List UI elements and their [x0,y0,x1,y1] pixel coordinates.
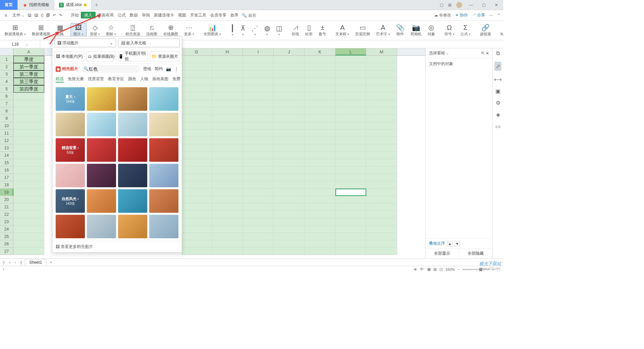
col-header-G[interactable]: G [181,48,212,55]
cell[interactable] [274,159,305,166]
add-sheet-button[interactable]: + [48,260,54,265]
row-header-17[interactable]: 17 [0,174,13,181]
cat-人物[interactable]: 人物 [140,76,148,83]
view-eye-icon[interactable]: 👁 [414,267,417,271]
cell[interactable] [335,63,366,70]
cell[interactable] [212,233,243,240]
tool-文本框[interactable]: A文本框 ▾ [333,23,352,37]
row-header-12[interactable]: 12 [0,137,13,144]
cell[interactable] [243,159,274,166]
cell-A17[interactable] [13,174,44,181]
cell[interactable] [274,56,305,63]
row-header-2[interactable]: 2 [0,63,13,70]
redo-icon[interactable]: ↷ [59,13,62,18]
cell[interactable] [305,70,335,78]
cell[interactable] [212,56,243,63]
cell[interactable] [335,218,366,226]
row-header-15[interactable]: 15 [0,159,13,166]
cell[interactable] [366,56,397,63]
wallpaper-link[interactable]: 壁纸 [143,66,151,72]
imgbtn-3[interactable]: 📁资源夹图片 [150,51,180,61]
cell[interactable] [243,85,274,93]
row-header-8[interactable]: 8 [0,107,13,115]
search-input[interactable] [248,13,268,18]
cell-A13[interactable] [13,144,44,152]
cell[interactable] [212,78,243,85]
cell[interactable] [305,78,335,85]
tool-折线[interactable]: ⩘折线 [289,23,302,37]
cell[interactable] [305,144,335,152]
cell[interactable] [366,144,397,152]
col-header-H[interactable]: H [212,48,243,55]
cell-A19[interactable] [13,189,44,196]
cell[interactable] [274,189,305,196]
cell-A24[interactable] [13,226,44,233]
row-header-27[interactable]: 27 [0,248,13,255]
col-header-L[interactable]: L [335,48,366,55]
cell[interactable] [274,85,305,93]
menu-页面布局[interactable]: 页面布局 [96,12,116,18]
cell[interactable] [181,203,212,211]
cell[interactable] [305,93,335,100]
cell[interactable] [366,233,397,240]
float-image-combo[interactable]: 🖼 浮动图片 ⌄ [54,39,116,47]
cell[interactable] [366,122,397,130]
thumb-11[interactable] [149,138,178,162]
cell[interactable] [366,196,397,203]
avatar-icon[interactable] [456,2,462,8]
cell[interactable] [305,240,335,248]
cell-A10[interactable] [13,122,44,130]
cell[interactable] [335,122,366,130]
cell[interactable] [366,211,397,218]
thumb-8[interactable]: 精选背景 ›53张 [56,138,85,162]
cell[interactable] [212,211,243,218]
cell[interactable] [305,63,335,70]
cell[interactable] [181,166,212,174]
tool-对象[interactable]: ◎对象 [425,23,438,37]
cell[interactable] [335,248,366,255]
cell[interactable] [335,159,366,166]
cell[interactable] [212,107,243,115]
cell[interactable] [305,137,335,144]
tab-file[interactable]: S 成绩.xlsx [54,0,92,10]
cell[interactable] [212,70,243,78]
side-select-icon[interactable]: ⧉ [496,50,500,56]
cell[interactable] [181,196,212,203]
cell[interactable] [243,115,274,122]
cell-A12[interactable] [13,137,44,144]
cell[interactable] [366,137,397,144]
thumb-2[interactable] [118,87,147,111]
tool-照相机[interactable]: 📷照相机 [408,23,424,37]
cell[interactable] [335,100,366,107]
menu-公式[interactable]: 公式 [116,12,128,18]
row-header-21[interactable]: 21 [0,203,13,211]
cell[interactable] [274,181,305,189]
thumb-22[interactable] [118,215,147,238]
cell[interactable] [243,152,274,159]
thumb-18[interactable] [118,189,147,213]
cell[interactable] [243,93,274,100]
row-header-16[interactable]: 16 [0,166,13,174]
menu-开发工具[interactable]: 开发工具 [188,12,208,18]
cell-A14[interactable] [13,152,44,159]
cell[interactable] [335,233,366,240]
cell[interactable] [366,78,397,85]
cell[interactable] [212,152,243,159]
cell[interactable] [212,203,243,211]
cell[interactable] [274,122,305,130]
tool-全部图表[interactable]: 📊全部图表 ▾ [201,23,224,37]
cell[interactable] [243,70,274,78]
cell[interactable] [305,152,335,159]
cell-A7[interactable] [13,100,44,107]
cell[interactable] [181,174,212,181]
cat-优质背景[interactable]: 优质背景 [88,76,104,83]
cell[interactable] [181,240,212,248]
cell[interactable] [305,122,335,130]
row-header-13[interactable]: 13 [0,144,13,152]
cat-精选[interactable]: 精选 [56,76,64,83]
cell[interactable] [335,211,366,218]
cell[interactable] [274,107,305,115]
zoom-slider[interactable] [463,269,489,270]
cell[interactable] [335,78,366,85]
cell[interactable] [366,107,397,115]
